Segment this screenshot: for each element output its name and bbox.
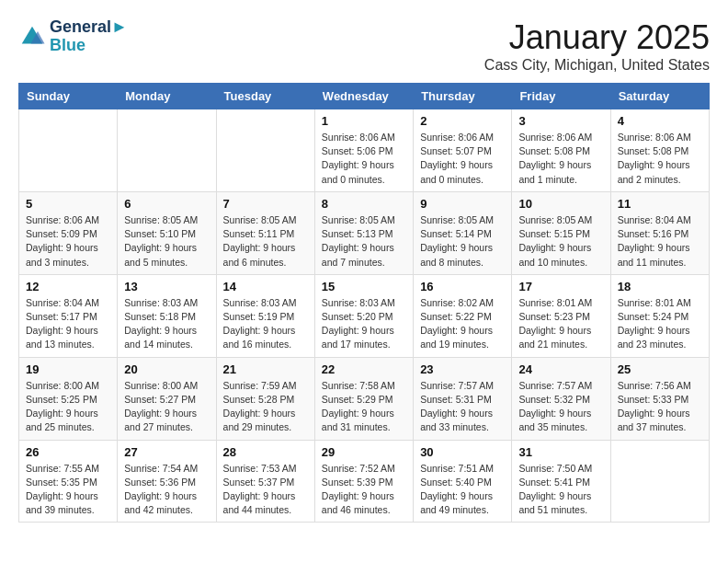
day-info: Sunrise: 7:53 AMSunset: 5:37 PMDaylight:… [223,462,308,518]
calendar-cell: 3Sunrise: 8:06 AMSunset: 5:08 PMDaylight… [512,109,610,192]
calendar-cell: 12Sunrise: 8:04 AMSunset: 5:17 PMDayligh… [19,274,118,357]
month-title: January 2025 [484,18,710,57]
calendar-cell [216,109,314,192]
calendar-cell: 23Sunrise: 7:57 AMSunset: 5:31 PMDayligh… [414,357,512,440]
day-info: Sunrise: 8:03 AMSunset: 5:20 PMDaylight:… [322,296,406,352]
day-info: Sunrise: 8:03 AMSunset: 5:18 PMDaylight:… [124,296,209,352]
day-number: 13 [124,280,209,293]
calendar-cell: 20Sunrise: 8:00 AMSunset: 5:27 PMDayligh… [118,357,216,440]
day-info: Sunrise: 7:51 AMSunset: 5:40 PMDaylight:… [420,462,505,518]
day-info: Sunrise: 7:57 AMSunset: 5:32 PMDaylight:… [518,379,603,435]
header: General► Blue January 2025 Cass City, Mi… [18,18,710,74]
day-number: 8 [322,197,406,211]
day-info: Sunrise: 8:03 AMSunset: 5:19 PMDaylight:… [223,296,308,352]
day-number: 9 [420,197,505,211]
day-info: Sunrise: 8:05 AMSunset: 5:11 PMDaylight:… [223,213,308,270]
calendar-cell: 27Sunrise: 7:54 AMSunset: 5:36 PMDayligh… [118,440,216,523]
day-number: 5 [26,197,110,211]
location-title: Cass City, Michigan, United States [484,57,710,74]
day-number: 3 [518,114,603,128]
day-number: 2 [420,114,505,128]
day-info: Sunrise: 8:05 AMSunset: 5:15 PMDaylight:… [518,213,603,270]
weekday-header-cell: Friday [512,84,610,109]
calendar-week-row: 19Sunrise: 8:00 AMSunset: 5:25 PMDayligh… [19,357,710,440]
day-number: 15 [322,280,406,293]
day-number: 12 [26,280,110,293]
calendar-cell: 6Sunrise: 8:05 AMSunset: 5:10 PMDaylight… [118,191,216,274]
calendar-cell: 14Sunrise: 8:03 AMSunset: 5:19 PMDayligh… [216,274,314,357]
day-info: Sunrise: 7:58 AMSunset: 5:29 PMDaylight:… [322,379,406,435]
calendar-cell: 11Sunrise: 8:04 AMSunset: 5:16 PMDayligh… [610,191,709,274]
day-info: Sunrise: 8:00 AMSunset: 5:27 PMDaylight:… [124,379,209,435]
calendar-body: 1Sunrise: 8:06 AMSunset: 5:06 PMDaylight… [19,109,710,523]
day-number: 14 [223,280,308,293]
weekday-header-cell: Sunday [19,84,118,109]
day-info: Sunrise: 8:06 AMSunset: 5:07 PMDaylight:… [420,131,505,187]
day-number: 4 [618,114,702,128]
calendar-cell: 8Sunrise: 8:05 AMSunset: 5:13 PMDaylight… [314,191,413,274]
calendar-cell: 30Sunrise: 7:51 AMSunset: 5:40 PMDayligh… [414,440,512,523]
calendar-cell: 26Sunrise: 7:55 AMSunset: 5:35 PMDayligh… [19,440,118,523]
day-number: 19 [26,362,110,376]
day-number: 18 [618,280,702,293]
logo-text: General► Blue [50,18,128,55]
day-number: 11 [618,197,702,211]
title-area: January 2025 Cass City, Michigan, United… [484,18,710,74]
day-info: Sunrise: 8:05 AMSunset: 5:13 PMDaylight:… [322,213,406,270]
day-info: Sunrise: 7:57 AMSunset: 5:31 PMDaylight:… [420,379,505,435]
day-info: Sunrise: 8:00 AMSunset: 5:25 PMDaylight:… [26,379,110,435]
day-info: Sunrise: 8:01 AMSunset: 5:24 PMDaylight:… [618,296,702,352]
weekday-header-cell: Saturday [610,84,709,109]
weekday-header-row: SundayMondayTuesdayWednesdayThursdayFrid… [19,84,710,109]
day-info: Sunrise: 8:04 AMSunset: 5:17 PMDaylight:… [26,296,110,352]
calendar-cell [118,109,216,192]
day-number: 28 [223,445,308,459]
day-number: 1 [322,114,406,128]
calendar-week-row: 12Sunrise: 8:04 AMSunset: 5:17 PMDayligh… [19,274,710,357]
calendar-cell: 10Sunrise: 8:05 AMSunset: 5:15 PMDayligh… [512,191,610,274]
calendar-week-row: 5Sunrise: 8:06 AMSunset: 5:09 PMDaylight… [19,191,710,274]
calendar-cell: 4Sunrise: 8:06 AMSunset: 5:08 PMDaylight… [610,109,709,192]
calendar-cell: 16Sunrise: 8:02 AMSunset: 5:22 PMDayligh… [414,274,512,357]
weekday-header-cell: Tuesday [216,84,314,109]
day-number: 10 [518,197,603,211]
calendar-cell [610,440,709,523]
day-number: 22 [322,362,406,376]
day-number: 17 [518,280,603,293]
day-number: 23 [420,362,505,376]
day-info: Sunrise: 7:59 AMSunset: 5:28 PMDaylight:… [223,379,308,435]
day-info: Sunrise: 8:05 AMSunset: 5:14 PMDaylight:… [420,213,505,270]
day-info: Sunrise: 8:05 AMSunset: 5:10 PMDaylight:… [124,213,209,270]
calendar-week-row: 1Sunrise: 8:06 AMSunset: 5:06 PMDaylight… [19,109,710,192]
day-info: Sunrise: 8:02 AMSunset: 5:22 PMDaylight:… [420,296,505,352]
calendar-week-row: 26Sunrise: 7:55 AMSunset: 5:35 PMDayligh… [19,440,710,523]
weekday-header-cell: Wednesday [314,84,413,109]
weekday-header-cell: Monday [118,84,216,109]
calendar-cell: 13Sunrise: 8:03 AMSunset: 5:18 PMDayligh… [118,274,216,357]
day-number: 31 [518,445,603,459]
day-number: 26 [26,445,110,459]
calendar-cell: 22Sunrise: 7:58 AMSunset: 5:29 PMDayligh… [314,357,413,440]
day-number: 21 [223,362,308,376]
calendar-cell: 9Sunrise: 8:05 AMSunset: 5:14 PMDaylight… [414,191,512,274]
day-info: Sunrise: 7:52 AMSunset: 5:39 PMDaylight:… [322,462,406,518]
calendar-cell [19,109,118,192]
day-info: Sunrise: 7:56 AMSunset: 5:33 PMDaylight:… [618,379,702,435]
day-number: 7 [223,197,308,211]
calendar-cell: 15Sunrise: 8:03 AMSunset: 5:20 PMDayligh… [314,274,413,357]
day-info: Sunrise: 8:06 AMSunset: 5:08 PMDaylight:… [618,131,702,187]
logo-icon [18,23,46,51]
calendar-table: SundayMondayTuesdayWednesdayThursdayFrid… [18,83,710,523]
day-number: 24 [518,362,603,376]
calendar-cell: 25Sunrise: 7:56 AMSunset: 5:33 PMDayligh… [610,357,709,440]
day-info: Sunrise: 7:55 AMSunset: 5:35 PMDaylight:… [26,462,110,518]
day-info: Sunrise: 8:06 AMSunset: 5:09 PMDaylight:… [26,213,110,270]
calendar-cell: 5Sunrise: 8:06 AMSunset: 5:09 PMDaylight… [19,191,118,274]
day-info: Sunrise: 7:54 AMSunset: 5:36 PMDaylight:… [124,462,209,518]
day-number: 20 [124,362,209,376]
calendar-cell: 21Sunrise: 7:59 AMSunset: 5:28 PMDayligh… [216,357,314,440]
day-number: 29 [322,445,406,459]
calendar-cell: 28Sunrise: 7:53 AMSunset: 5:37 PMDayligh… [216,440,314,523]
calendar-cell: 1Sunrise: 8:06 AMSunset: 5:06 PMDaylight… [314,109,413,192]
day-info: Sunrise: 8:04 AMSunset: 5:16 PMDaylight:… [618,213,702,270]
